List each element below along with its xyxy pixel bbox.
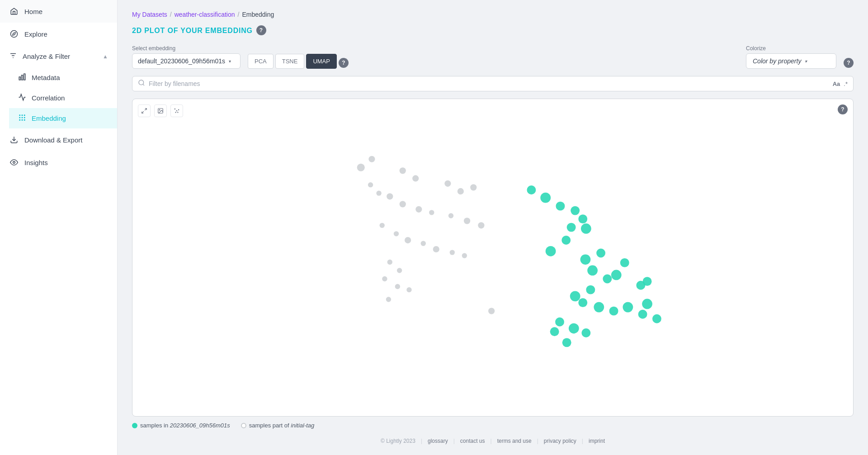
plot-container: ? xyxy=(132,99,854,417)
svg-point-81 xyxy=(609,307,618,316)
sidebar-section-analyze-header[interactable]: Analyze & Filter ▲ xyxy=(0,45,117,67)
svg-point-34 xyxy=(444,180,451,187)
svg-point-72 xyxy=(587,265,598,276)
svg-point-71 xyxy=(620,258,629,267)
svg-rect-5 xyxy=(19,77,20,80)
svg-point-8 xyxy=(19,114,20,116)
colorize-value: Color by property xyxy=(753,57,801,65)
svg-point-54 xyxy=(397,268,402,273)
filter-input[interactable] xyxy=(149,80,829,87)
sidebar-item-correlation[interactable]: Correlation xyxy=(9,88,117,108)
svg-point-69 xyxy=(580,254,591,265)
svg-point-48 xyxy=(405,237,411,243)
colorize-chevron-icon: ▾ xyxy=(805,59,807,64)
svg-point-40 xyxy=(400,201,406,207)
svg-point-14 xyxy=(19,119,20,121)
svg-point-42 xyxy=(429,210,434,215)
sidebar-label-correlation: Correlation xyxy=(32,94,65,102)
grid-icon xyxy=(18,114,26,123)
svg-rect-7 xyxy=(24,74,25,80)
filter-right-icons: Aa .* xyxy=(833,81,848,87)
svg-rect-6 xyxy=(22,75,23,80)
svg-point-76 xyxy=(643,277,652,286)
svg-point-45 xyxy=(478,222,484,228)
legend-label-samples: samples in 20230606_09h56m01s xyxy=(140,422,230,429)
compass-icon xyxy=(9,29,19,39)
svg-point-0 xyxy=(11,31,18,38)
controls-row: Select embedding default_20230606_09h56m… xyxy=(132,45,854,69)
colorize-help-icon[interactable]: ? xyxy=(844,58,854,68)
legend-label-initial-tag: samples part of initial-tag xyxy=(249,422,315,429)
svg-point-83 xyxy=(638,310,647,319)
svg-point-73 xyxy=(603,275,612,284)
footer-link-privacy[interactable]: privacy policy xyxy=(544,438,576,444)
sidebar-label-home: Home xyxy=(24,8,42,15)
svg-point-78 xyxy=(570,291,580,302)
svg-point-68 xyxy=(546,246,556,256)
sidebar-item-insights[interactable]: Insights xyxy=(0,151,117,174)
svg-point-39 xyxy=(387,193,393,199)
footer-copyright: © Lightly 2023 xyxy=(381,438,415,444)
breadcrumb: My Datasets / weather-classification / E… xyxy=(132,11,854,18)
breadcrumb-sep-1: / xyxy=(170,11,172,18)
svg-point-33 xyxy=(412,175,419,181)
sidebar-item-home[interactable]: Home xyxy=(0,0,117,23)
svg-point-85 xyxy=(555,318,564,327)
case-sensitive-icon[interactable]: Aa xyxy=(833,81,840,87)
sidebar-item-metadata[interactable]: Metadata xyxy=(9,67,117,88)
svg-point-74 xyxy=(611,270,622,280)
svg-point-66 xyxy=(581,223,591,234)
svg-point-50 xyxy=(433,246,439,252)
footer-link-imprint[interactable]: imprint xyxy=(589,438,605,444)
footer-link-terms[interactable]: terms and use xyxy=(497,438,532,444)
breadcrumb-current: Embedding xyxy=(242,11,274,18)
filter-icon xyxy=(9,52,17,61)
search-icon xyxy=(138,79,145,88)
colorize-label: Colorize xyxy=(746,45,836,52)
svg-point-35 xyxy=(458,188,464,194)
svg-point-46 xyxy=(380,223,385,228)
sidebar: Home Explore Analyze & Filter xyxy=(0,0,118,455)
svg-point-19 xyxy=(139,80,144,85)
breadcrumb-link-dataset[interactable]: weather-classification xyxy=(175,11,235,18)
svg-point-37 xyxy=(368,182,373,187)
svg-point-49 xyxy=(421,241,426,246)
colorize-dropdown[interactable]: Color by property ▾ xyxy=(746,53,836,69)
home-icon xyxy=(9,6,19,16)
method-umap[interactable]: UMAP xyxy=(306,54,337,69)
breadcrumb-link-datasets[interactable]: My Datasets xyxy=(132,11,167,18)
svg-point-63 xyxy=(571,206,580,215)
svg-point-51 xyxy=(450,250,455,255)
chevron-down-icon: ▾ xyxy=(229,59,231,64)
svg-point-12 xyxy=(22,117,23,118)
bar-chart-icon xyxy=(18,73,26,82)
method-pca[interactable]: PCA xyxy=(248,54,274,69)
svg-point-80 xyxy=(594,302,604,313)
svg-point-82 xyxy=(623,302,633,313)
legend-item-samples: samples in 20230606_09h56m01s xyxy=(132,422,230,429)
sidebar-item-explore[interactable]: Explore xyxy=(0,23,117,45)
svg-point-62 xyxy=(556,202,565,211)
method-help-icon[interactable]: ? xyxy=(339,58,349,68)
svg-point-89 xyxy=(562,338,571,347)
filter-bar: Aa .* xyxy=(132,76,854,91)
svg-point-11 xyxy=(19,117,20,118)
page-help-icon[interactable]: ? xyxy=(256,25,266,35)
svg-point-36 xyxy=(470,184,476,190)
svg-point-70 xyxy=(596,249,605,258)
page-title: 2D PLOT OF YOUR EMBEDDING ? xyxy=(132,25,854,36)
embedding-dropdown[interactable]: default_20230606_09h56m01s ▾ xyxy=(132,53,241,69)
footer: © Lightly 2023 | glossary | contact us |… xyxy=(132,438,854,444)
svg-point-41 xyxy=(415,206,422,213)
footer-link-glossary[interactable]: glossary xyxy=(428,438,448,444)
sidebar-item-embedding[interactable]: Embedding xyxy=(9,108,117,128)
svg-point-10 xyxy=(24,114,25,116)
svg-line-20 xyxy=(143,84,144,85)
download-icon xyxy=(9,135,19,145)
footer-link-contact[interactable]: contact us xyxy=(460,438,485,444)
method-tsne[interactable]: TSNE xyxy=(275,54,305,69)
sidebar-item-download[interactable]: Download & Export xyxy=(0,128,117,151)
regex-icon[interactable]: .* xyxy=(844,81,848,87)
svg-point-43 xyxy=(448,213,453,218)
svg-point-55 xyxy=(382,276,387,281)
